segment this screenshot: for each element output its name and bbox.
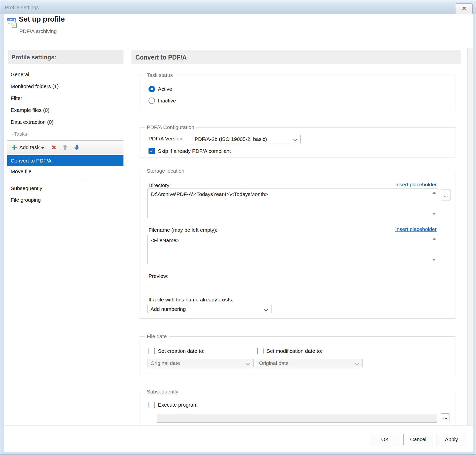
exists-value: Add numbering (150, 306, 186, 312)
chevron-down-icon (246, 361, 250, 365)
close-icon: × (462, 4, 466, 12)
setup-profile-icon: ✓ (7, 18, 17, 28)
exists-label: If a file with this name already exists: (149, 297, 233, 303)
creation-date-value: Original date (150, 360, 180, 366)
profile-settings-dialog: Profile settings × ✓ Set up profile PDF/… (0, 0, 476, 455)
task-status-group (140, 75, 455, 111)
chevron-down-icon[interactable] (41, 147, 44, 149)
apply-button[interactable]: Apply (437, 434, 466, 445)
sidebar-item-subsequently[interactable]: Subsequently (8, 182, 123, 194)
filename-value: <FileName> (151, 237, 179, 243)
sidebar-item-data-extraction[interactable]: Data extraction (0) (8, 116, 123, 128)
modification-date-value: Original date (259, 360, 289, 366)
window-frame-left (0, 14, 4, 455)
window-frame-bottom (0, 452, 476, 455)
scroll-down-icon[interactable] (432, 213, 436, 215)
task-item-convert-to-pdfa[interactable]: Convert to PDF/A (7, 155, 123, 166)
inactive-radio-label[interactable]: Inactive (158, 98, 176, 104)
tasks-toolbar: Add task (7, 140, 123, 154)
window-titlebar[interactable]: Profile settings (0, 0, 476, 14)
move-task-down-button[interactable] (73, 144, 80, 151)
add-task-button[interactable] (11, 144, 18, 151)
arrow-up-icon (62, 144, 69, 151)
panel-divider (128, 48, 128, 425)
set-creation-date-label[interactable]: Set creation date to: (158, 348, 205, 354)
active-radio-label[interactable]: Active (158, 86, 172, 92)
skip-compliant-checkbox[interactable]: ✓ (149, 148, 155, 154)
creation-date-select: Original date (148, 359, 254, 367)
preview-label: Preview: (149, 273, 169, 279)
sidebar-separator (12, 180, 88, 180)
check-icon: ✓ (12, 23, 17, 28)
pdfa-version-value: PDF/A-2b (ISO 19005-2, basic) (195, 136, 267, 142)
add-task-label[interactable]: Add task (19, 144, 40, 150)
filename-label: Filename (may be left empty): (149, 227, 217, 233)
filename-input[interactable]: <FileName> (148, 235, 438, 264)
directory-value: D:\Archive\PDF-A\<TodaysYear4>\<TodaysMo… (151, 191, 268, 197)
ok-button[interactable]: OK (370, 434, 400, 445)
window-title: Profile settings (5, 0, 39, 14)
inactive-radio[interactable] (149, 98, 155, 104)
scroll-up-icon[interactable] (432, 192, 436, 194)
execute-program-input (157, 414, 437, 423)
pdfa-version-select[interactable]: PDF/A-2b (ISO 19005-2, basic) (192, 135, 301, 143)
directory-label: Directory: (149, 182, 171, 188)
sidebar-item-filter[interactable]: Filter (8, 92, 123, 104)
set-modification-date-checkbox[interactable] (257, 348, 264, 354)
set-creation-date-checkbox[interactable] (149, 348, 155, 354)
subsequently-legend: Subsequently (145, 389, 180, 395)
modification-date-select: Original date (256, 359, 363, 367)
file-date-group (140, 336, 455, 375)
sidebar-item-example-files[interactable]: Example files (0) (8, 104, 123, 116)
skip-compliant-label[interactable]: Skip if already PDF/A compliant (158, 148, 231, 154)
panel-title: Convert to PDF/A (131, 50, 461, 64)
checkmark-icon: ✓ (150, 148, 154, 154)
page-title: Set up profile (19, 15, 65, 23)
arrow-down-icon (73, 144, 80, 151)
sidebar-item-file-grouping[interactable]: File grouping (8, 194, 123, 206)
browse-program-button[interactable]: ... (441, 413, 449, 422)
chevron-down-icon (293, 137, 298, 141)
preview-value: - (149, 284, 150, 290)
insert-placeholder-link-directory[interactable]: Insert placeholder (362, 182, 437, 188)
file-date-legend: File date (145, 333, 169, 340)
plus-icon (11, 144, 18, 151)
task-status-legend: Task status (145, 72, 175, 78)
pdfa-version-label: PDF/A Version: (149, 136, 184, 142)
sidebar-item-general[interactable]: General (8, 68, 123, 80)
directory-input[interactable]: D:\Archive\PDF-A\<TodaysYear4>\<TodaysMo… (148, 189, 438, 218)
sidebar-item-monitored-folders[interactable]: Monitored folders (1) (8, 80, 123, 92)
sidebar-heading: Profile settings: (8, 50, 123, 64)
chevron-down-icon (264, 307, 268, 311)
scroll-down-icon[interactable] (432, 259, 436, 261)
insert-placeholder-link-filename[interactable]: Insert placeholder (362, 226, 437, 232)
execute-program-checkbox[interactable] (149, 402, 155, 408)
browse-directory-button[interactable]: ... (441, 190, 450, 200)
delete-x-icon (51, 144, 57, 151)
task-item-move-file[interactable]: Move file (7, 166, 123, 177)
vertical-scrollbar[interactable] (467, 48, 473, 425)
tasks-section-label: -Tasks- (12, 131, 87, 138)
delete-task-button[interactable] (51, 144, 57, 151)
move-task-up-button[interactable] (62, 144, 69, 151)
pdfa-config-legend: PDF/A Configuration (145, 124, 196, 130)
window-frame-right (473, 14, 476, 455)
execute-program-label[interactable]: Execute program (158, 402, 198, 408)
footer-divider (4, 425, 473, 425)
exists-select[interactable]: Add numbering (148, 305, 271, 313)
active-radio[interactable] (149, 86, 155, 92)
cancel-button[interactable]: Cancel (403, 434, 433, 445)
scroll-up-icon[interactable] (432, 238, 436, 240)
close-button[interactable]: × (456, 3, 473, 14)
header-divider (4, 48, 473, 48)
chevron-down-icon (355, 361, 359, 365)
set-modification-date-label[interactable]: Set modification date to: (267, 348, 322, 354)
page-subtitle: PDF/A archiving (19, 28, 57, 34)
storage-location-legend: Storage location (145, 168, 187, 174)
